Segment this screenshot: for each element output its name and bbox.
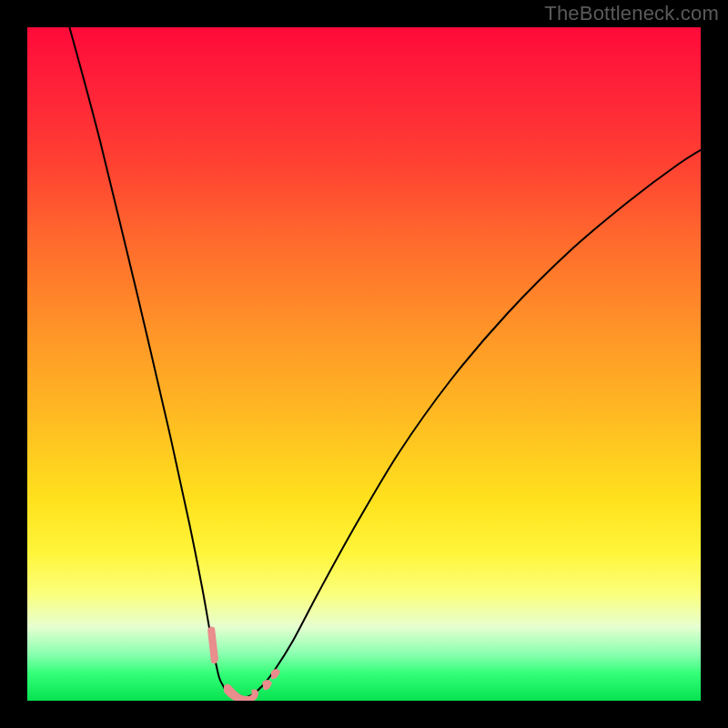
watermark-text: TheBottleneck.com [544, 2, 719, 25]
curve-marker-0 [207, 626, 218, 663]
curve-marker-2 [262, 680, 272, 690]
curve-marker-1 [224, 684, 258, 701]
bottleneck-curve [68, 27, 701, 698]
chart-frame [27, 27, 701, 701]
chart-svg [27, 27, 701, 701]
curve-marker-3 [271, 669, 280, 679]
curve-markers [207, 626, 280, 701]
